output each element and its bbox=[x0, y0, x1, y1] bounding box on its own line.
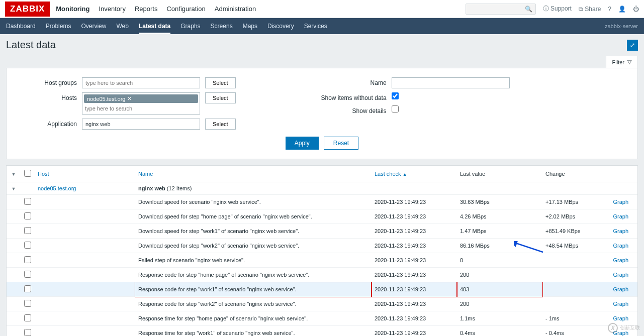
row-checkbox[interactable] bbox=[24, 314, 31, 321]
nav-reports[interactable]: Reports bbox=[135, 5, 158, 13]
hosts-multiselect[interactable]: node05.test.org✕ bbox=[82, 92, 200, 115]
item-last-value: 1.47 MBps bbox=[457, 224, 542, 239]
item-last-value: 200 bbox=[457, 297, 542, 311]
subnav-screens[interactable]: Screens bbox=[211, 23, 233, 30]
item-change: +48.54 MBps bbox=[542, 239, 608, 253]
item-last-check: 2020-11-23 19:49:23 bbox=[372, 224, 457, 239]
row-checkbox[interactable] bbox=[24, 212, 31, 219]
filter-toggle[interactable]: Filter ▽ bbox=[606, 56, 638, 68]
item-change: - 1ms bbox=[542, 311, 608, 326]
graph-link[interactable]: Graph bbox=[613, 199, 628, 205]
subnav-overview[interactable]: Overview bbox=[81, 23, 106, 30]
watermark: X创新互联 bbox=[608, 323, 640, 333]
row-checkbox[interactable] bbox=[24, 256, 31, 263]
help-icon[interactable]: ? bbox=[608, 6, 611, 13]
host-tag[interactable]: node05.test.org✕ bbox=[84, 94, 198, 103]
item-name: Download speed for scenario "nginx web s… bbox=[135, 195, 372, 209]
filter-icon: ▽ bbox=[627, 59, 631, 65]
support-link[interactable]: ⓘ Support bbox=[543, 5, 572, 13]
item-change bbox=[542, 253, 608, 268]
row-checkbox[interactable] bbox=[24, 198, 31, 205]
page-title: Latest data bbox=[6, 39, 56, 51]
subnav-maps[interactable]: Maps bbox=[243, 23, 257, 30]
table-row: Response code for step "home page" of sc… bbox=[7, 268, 637, 282]
remove-tag-icon[interactable]: ✕ bbox=[127, 95, 132, 102]
show-no-data-checkbox[interactable] bbox=[392, 92, 399, 99]
item-last-value: 30.63 MBps bbox=[457, 195, 542, 209]
graph-link[interactable]: Graph bbox=[613, 228, 628, 234]
nav-monitoring[interactable]: Monitoring bbox=[56, 5, 89, 13]
application-select-button[interactable]: Select bbox=[205, 119, 236, 130]
graph-link[interactable]: Graph bbox=[613, 301, 628, 307]
item-name: Failed step of scenario "nginx web servi… bbox=[135, 253, 372, 268]
row-checkbox[interactable] bbox=[24, 300, 31, 307]
apply-button[interactable]: Apply bbox=[286, 137, 319, 150]
share-link[interactable]: ⧉ Share bbox=[579, 6, 601, 13]
table-row: Response time for step "work1" of scenar… bbox=[7, 326, 637, 337]
power-icon[interactable]: ⏻ bbox=[633, 6, 639, 13]
show-no-data-label: Show items without data bbox=[311, 92, 387, 101]
item-change bbox=[542, 282, 608, 297]
subnav-web[interactable]: Web bbox=[116, 23, 128, 30]
row-checkbox[interactable] bbox=[24, 227, 31, 234]
col-change: Change bbox=[542, 166, 608, 182]
item-last-value: 1.1ms bbox=[457, 311, 542, 326]
show-details-checkbox[interactable] bbox=[392, 105, 399, 113]
item-last-value: 4.26 MBps bbox=[457, 209, 542, 224]
nav-administration[interactable]: Administration bbox=[215, 5, 256, 13]
subnav-dashboard[interactable]: Dashboard bbox=[6, 23, 36, 30]
item-last-check: 2020-11-23 19:49:23 bbox=[372, 209, 457, 224]
graph-link[interactable]: Graph bbox=[613, 286, 628, 292]
item-last-check: 2020-11-23 19:49:23 bbox=[372, 239, 457, 253]
subnav-services[interactable]: Services bbox=[304, 23, 327, 30]
item-change: +17.13 MBps bbox=[542, 195, 608, 209]
server-name: zabbix-server bbox=[605, 23, 638, 29]
row-checkbox[interactable] bbox=[24, 329, 31, 336]
data-table: ▼ Host Name Last check ▲ Last value Chan… bbox=[7, 166, 637, 336]
item-name: Response code for step "work2" of scenar… bbox=[135, 297, 372, 311]
graph-link[interactable]: Graph bbox=[613, 213, 628, 219]
collapse-group-icon[interactable]: ▼ bbox=[12, 186, 16, 191]
data-table-wrap: ▼ Host Name Last check ▲ Last value Chan… bbox=[6, 165, 638, 336]
subnav-problems[interactable]: Problems bbox=[46, 23, 71, 30]
col-name[interactable]: Name bbox=[138, 171, 153, 177]
show-details-label: Show details bbox=[311, 105, 387, 115]
graph-link[interactable]: Graph bbox=[613, 315, 628, 321]
user-icon[interactable]: 👤 bbox=[618, 6, 626, 13]
graph-link[interactable]: Graph bbox=[613, 257, 628, 263]
graph-link[interactable]: Graph bbox=[613, 243, 628, 249]
group-row: ▼ node05.test.org nginx web (12 Items) bbox=[7, 182, 637, 195]
hostgroups-input[interactable] bbox=[82, 77, 200, 88]
top-bar: ZABBIX Monitoring Inventory Reports Conf… bbox=[0, 0, 644, 18]
name-input[interactable] bbox=[392, 77, 510, 88]
row-checkbox[interactable] bbox=[24, 242, 31, 249]
row-checkbox[interactable] bbox=[24, 271, 31, 278]
row-checkbox[interactable] bbox=[24, 285, 31, 292]
application-input[interactable] bbox=[82, 119, 200, 130]
item-name: Response code for step "work1" of scenar… bbox=[135, 282, 372, 297]
logo[interactable]: ZABBIX bbox=[5, 2, 50, 17]
collapse-all-icon[interactable]: ▼ bbox=[12, 172, 16, 177]
col-last-check[interactable]: Last check ▲ bbox=[375, 171, 407, 177]
item-last-check: 2020-11-23 19:49:23 bbox=[372, 268, 457, 282]
fullscreen-button[interactable]: ⤢ bbox=[627, 40, 638, 51]
graph-link[interactable]: Graph bbox=[613, 272, 628, 278]
col-last-value: Last value bbox=[457, 166, 542, 182]
hosts-input[interactable] bbox=[84, 104, 198, 113]
hostgroups-label: Host groups bbox=[27, 77, 77, 86]
select-all-checkbox[interactable] bbox=[24, 170, 31, 177]
group-host-link[interactable]: node05.test.org bbox=[38, 185, 76, 191]
reset-button[interactable]: Reset bbox=[324, 137, 358, 150]
hosts-select-button[interactable]: Select bbox=[205, 92, 236, 103]
global-search[interactable]: 🔍 bbox=[466, 4, 536, 15]
col-host[interactable]: Host bbox=[38, 171, 49, 177]
application-label: Application bbox=[27, 119, 77, 128]
table-row: Download speed for step "work1" of scena… bbox=[7, 224, 637, 239]
nav-configuration[interactable]: Configuration bbox=[166, 5, 205, 13]
subnav-graphs[interactable]: Graphs bbox=[180, 23, 200, 30]
subnav-latest-data[interactable]: Latest data bbox=[139, 23, 170, 34]
hostgroups-select-button[interactable]: Select bbox=[205, 77, 236, 88]
nav-inventory[interactable]: Inventory bbox=[99, 5, 125, 13]
subnav-discovery[interactable]: Discovery bbox=[267, 23, 294, 30]
sort-asc-icon: ▲ bbox=[403, 172, 407, 177]
